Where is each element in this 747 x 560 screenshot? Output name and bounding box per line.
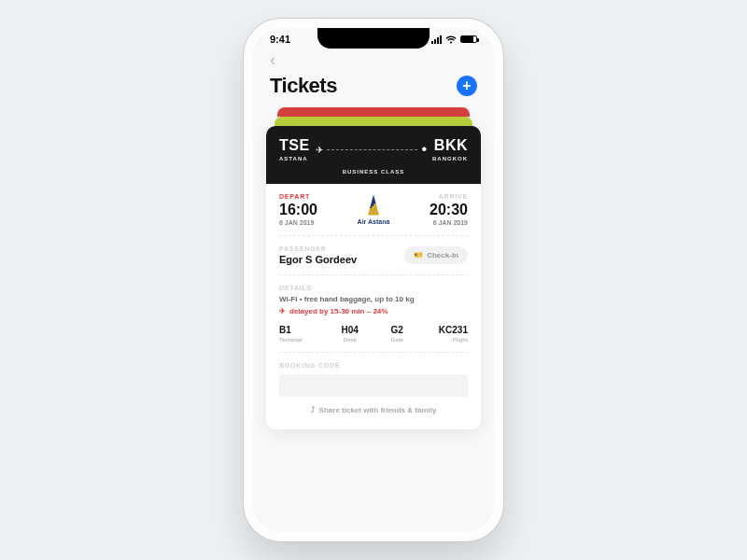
app-header: ‹ Tickets + <box>253 45 494 107</box>
plane-icon: ✈ <box>316 145 323 155</box>
depart-block: DEPART 16:00 6 JAN 2019 <box>279 193 317 226</box>
airline-logo-icon <box>364 195 383 216</box>
takeoff-icon: ✈ <box>279 307 286 315</box>
checkin-button[interactable]: 🎫 Check-in <box>404 246 468 264</box>
ticket-stack: TSE ASTANA ✈ • BKK BANGKOK BUSINESS CLAS… <box>266 107 481 429</box>
back-button[interactable]: ‹ <box>270 50 477 70</box>
arrive-time: 20:30 <box>430 202 468 218</box>
share-button[interactable]: ⤴ Share ticket with friends & family <box>279 397 468 418</box>
gate-label: Gate <box>374 337 421 343</box>
travel-class: BUSINESS CLASS <box>279 169 468 175</box>
arrive-label: ARRIVE <box>430 193 468 200</box>
details-label: Details <box>279 285 468 291</box>
depart-label: DEPART <box>279 193 317 200</box>
stacked-card[interactable] <box>275 117 472 126</box>
plus-icon: + <box>462 77 471 94</box>
status-indicators <box>431 35 477 44</box>
airline-block: Air Astana <box>358 195 390 225</box>
signal-icon <box>431 35 442 44</box>
depart-date: 6 JAN 2019 <box>279 219 317 226</box>
add-button[interactable]: + <box>457 76 477 96</box>
stacked-card[interactable] <box>277 107 470 117</box>
flight-label: Flight <box>421 337 469 343</box>
airline-name: Air Astana <box>358 218 390 225</box>
share-label: Share ticket with friends & family <box>319 406 437 414</box>
ticket-body: DEPART 16:00 6 JAN 2019 Air Astana ARRIV… <box>266 184 481 429</box>
ticket-card[interactable]: TSE ASTANA ✈ • BKK BANGKOK BUSINESS CLAS… <box>266 126 481 429</box>
destination-airport: BKK BANGKOK <box>432 137 468 161</box>
ticket-route-header: TSE ASTANA ✈ • BKK BANGKOK BUSINESS CLAS… <box>266 126 481 184</box>
arrive-date: 6 JAN 2019 <box>430 219 468 226</box>
passenger-block: Passenger Egor S Gordeev <box>279 245 357 265</box>
desk-value: H04 <box>327 325 374 335</box>
dot-icon: • <box>421 141 427 158</box>
gate-value: G2 <box>374 325 421 335</box>
wifi-icon <box>445 35 457 44</box>
passenger-name: Egor S Gordeev <box>279 254 357 265</box>
ticket-icon: 🎫 <box>414 251 423 259</box>
desk-label: Desk <box>327 337 374 343</box>
battery-icon <box>460 35 477 43</box>
phone-frame: 9:41 ‹ Tickets + TSE ASTANA <box>244 19 503 541</box>
page-title: Tickets <box>270 74 337 98</box>
terminal-label: Terminal <box>279 337 327 343</box>
origin-airport: TSE ASTANA <box>279 137 310 161</box>
delay-warning: ✈ delayed by 15-30 min – 24% <box>279 307 468 315</box>
share-icon: ⤴ <box>311 406 315 414</box>
flight-info-grid: B1 Terminal H04 Desk G2 Gate KC231 Fligh… <box>279 325 468 343</box>
destination-city: BANGKOK <box>432 156 468 161</box>
terminal-value: B1 <box>279 325 327 335</box>
status-time: 9:41 <box>270 34 290 45</box>
destination-code: BKK <box>432 137 468 154</box>
details-text: Wi-Fi • free hand baggage, up to 10 kg <box>279 295 468 303</box>
arrive-block: ARRIVE 20:30 6 JAN 2019 <box>430 193 468 226</box>
route-line: ✈ • <box>310 141 432 158</box>
origin-code: TSE <box>279 137 310 154</box>
checkin-label: Check-in <box>427 251 458 259</box>
passenger-label: Passenger <box>279 245 357 252</box>
booking-code-box <box>279 374 468 397</box>
depart-time: 16:00 <box>279 202 317 218</box>
delay-text: delayed by 15-30 min – 24% <box>289 307 388 315</box>
flight-value: KC231 <box>421 325 469 335</box>
origin-city: ASTANA <box>279 156 310 161</box>
device-notch <box>317 28 430 49</box>
booking-code-label: Booking Code <box>279 362 468 369</box>
